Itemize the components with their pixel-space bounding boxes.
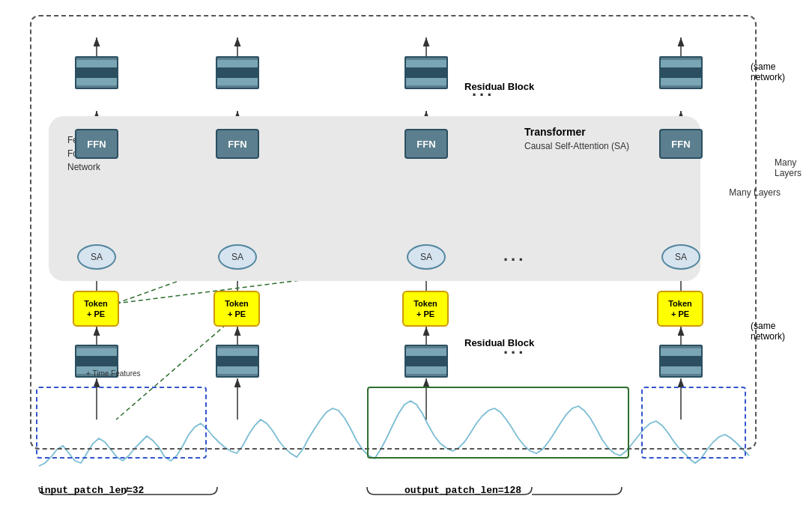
transformer-sublabel: Causal Self-Attention (SA) <box>524 141 629 151</box>
res-box-top-1 <box>75 56 118 89</box>
ffn-box-3: FFN <box>405 129 448 159</box>
many-layers-label: Many Layers <box>729 187 781 198</box>
token-box-4: Token+ PE <box>657 291 703 327</box>
res-box-bottom-2 <box>216 345 259 378</box>
output-patch-box <box>367 387 629 459</box>
same-network-bottom: (same network) <box>751 321 785 342</box>
token-box-1: Token+ PE <box>73 291 119 327</box>
res-box-top-4 <box>659 56 703 89</box>
res-box-bottom-3 <box>405 345 448 378</box>
dots-top: ... <box>472 81 494 100</box>
ffn-box-2: FFN <box>216 129 259 159</box>
transformer-label: Transformer <box>524 126 586 138</box>
input-patch-len-label: input_patch_len=32 <box>39 485 144 496</box>
many-layers-right: ManyLayers <box>775 157 802 178</box>
res-box-bottom-4 <box>659 345 703 378</box>
sa-ellipse-1: SA <box>77 244 116 270</box>
sa-ellipse-3: SA <box>407 244 446 270</box>
ffn-box-1: FFN <box>75 129 118 159</box>
time-features-label: + Time Features <box>86 369 141 378</box>
dots-middle: ... <box>503 246 526 265</box>
same-network-top: (same network) <box>751 61 785 82</box>
input-patch-box <box>36 387 207 459</box>
ffn-box-4: FFN <box>659 129 703 159</box>
token-box-2: Token+ PE <box>213 291 260 327</box>
right-patch-box <box>641 387 746 459</box>
output-patch-len-label: output_patch_len=128 <box>405 485 521 496</box>
sa-ellipse-2: SA <box>218 244 257 270</box>
res-box-top-2 <box>216 56 259 89</box>
token-box-3: Token+ PE <box>402 291 449 327</box>
sa-ellipse-4: SA <box>661 244 700 270</box>
dots-bottom: ... <box>503 339 526 358</box>
res-box-top-3 <box>405 56 448 89</box>
diagram-container: Transformer Causal Self-Attention (SA) M… <box>0 0 812 505</box>
